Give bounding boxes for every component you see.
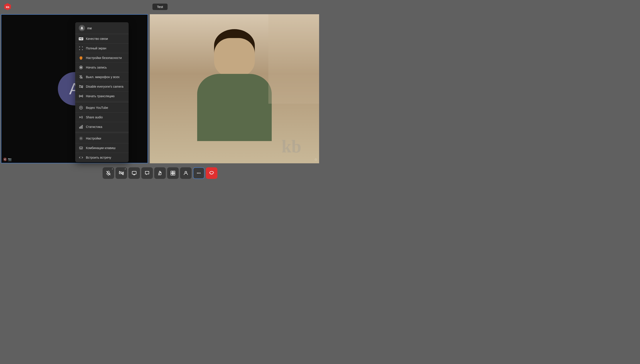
svg-rect-27 — [173, 171, 175, 173]
menu-label-security: Настройки безопасности — [86, 56, 122, 60]
menu-item-security[interactable]: Настройки безопасности — [75, 53, 128, 63]
svg-rect-12 — [80, 127, 80, 128]
cam-off-icon: 📷 — [8, 158, 12, 161]
menu-label-settings: Настройки — [86, 136, 101, 140]
menu-label-fullscreen: Полный экран — [86, 46, 106, 50]
svg-rect-13 — [81, 126, 82, 128]
menu-item-connection-quality[interactable]: HD Качество связи — [75, 34, 128, 44]
context-menu: me HD Качество связи Полный экран Настро… — [75, 22, 128, 162]
svg-rect-14 — [82, 125, 82, 128]
video-panel-right: ☆ kb — [150, 14, 319, 163]
menu-item-settings[interactable]: Настройки — [75, 134, 128, 143]
svg-rect-26 — [171, 171, 173, 173]
menu-label-shortcuts: Комбинации клавиш — [86, 146, 116, 150]
menu-label-mute-all: Выкл. микрофон у всех — [86, 75, 120, 79]
menu-item-mute-all[interactable]: Выкл. микрофон у всех — [75, 72, 128, 82]
svg-rect-28 — [171, 173, 173, 175]
fullscreen-icon — [79, 46, 83, 50]
svg-point-15 — [80, 138, 82, 139]
menu-label-youtube: Видео YouTube — [86, 106, 108, 110]
menu-label-stats: Статистика — [86, 125, 102, 128]
hd-icon: HD — [79, 36, 83, 41]
svg-text:kb: kb — [6, 5, 9, 9]
menu-label-connection-quality: Качество связи — [86, 37, 108, 40]
menu-label-start-recording: Начать запись — [86, 66, 107, 69]
hangup-button[interactable] — [206, 167, 218, 179]
svg-point-9 — [80, 96, 82, 96]
top-bar: kb Test — [0, 0, 320, 13]
camera-off-icon — [79, 84, 83, 89]
kb-watermark: kb — [282, 136, 301, 157]
broadcast-icon — [79, 94, 83, 98]
menu-item-youtube[interactable]: Видео YouTube — [75, 103, 128, 112]
mic-chevron-icon: ▲ — [112, 168, 113, 170]
menu-divider-2 — [75, 132, 128, 133]
bottom-toolbar: ▲ ▲ — [0, 164, 320, 182]
menu-label-embed: Встроить встречу — [86, 156, 111, 159]
menu-item-broadcast[interactable]: Начать трансляцию — [75, 92, 128, 101]
svg-point-30 — [185, 171, 187, 173]
tiles-button[interactable] — [167, 167, 179, 179]
svg-point-4 — [80, 67, 82, 68]
menu-user-name: me — [87, 26, 92, 30]
svg-line-7 — [80, 76, 82, 78]
svg-point-32 — [198, 173, 199, 174]
menu-label-disable-camera: Disable everyone's camera — [86, 85, 123, 88]
menu-item-shortcuts[interactable]: Комбинации клавиш — [75, 143, 128, 153]
settings-icon — [79, 136, 83, 140]
mic-button[interactable]: ▲ — [102, 167, 114, 179]
svg-rect-29 — [173, 173, 175, 175]
mic-off-icon — [79, 75, 83, 79]
raise-hand-button[interactable] — [154, 167, 166, 179]
svg-rect-25 — [132, 171, 136, 174]
menu-label-share-audio: Share audio — [86, 116, 103, 119]
camera-button[interactable]: ▲ — [116, 167, 127, 179]
keyboard-icon — [79, 146, 83, 150]
youtube-icon — [79, 106, 83, 110]
star-icon: ☆ — [314, 157, 317, 162]
svg-point-33 — [200, 173, 200, 174]
screen-share-button[interactable] — [128, 167, 140, 179]
menu-item-start-recording[interactable]: Начать запись — [75, 63, 128, 72]
audio-share-icon — [79, 115, 83, 120]
record-icon — [79, 65, 83, 70]
svg-point-31 — [197, 173, 198, 174]
chat-button[interactable] — [141, 167, 153, 179]
embed-icon — [79, 155, 83, 160]
menu-item-fullscreen[interactable]: Полный экран — [75, 44, 128, 53]
menu-item-stats[interactable]: Статистика — [75, 122, 128, 132]
video-area: A 🔇 📷 ☆ kb — [0, 13, 320, 164]
video-left-status-icons: 🔇 📷 — [3, 158, 12, 161]
svg-line-8 — [80, 85, 82, 88]
menu-label-broadcast: Начать трансляцию — [86, 94, 114, 98]
mic-muted-icon: 🔇 — [3, 158, 7, 161]
participants-button[interactable] — [180, 167, 192, 179]
menu-item-share-audio[interactable]: Share audio — [75, 112, 128, 122]
menu-user-avatar — [79, 25, 85, 31]
menu-item-embed[interactable]: Встроить встречу — [75, 153, 128, 162]
svg-marker-11 — [80, 107, 82, 108]
svg-line-24 — [119, 171, 123, 175]
stats-icon — [79, 124, 83, 129]
meeting-title-button[interactable]: Test — [152, 4, 168, 10]
shield-icon — [79, 56, 83, 60]
app-logo: kb — [4, 3, 12, 11]
menu-header: me — [75, 22, 128, 34]
more-button[interactable] — [193, 167, 204, 179]
cam-chevron-icon: ▲ — [124, 168, 126, 170]
menu-item-disable-camera[interactable]: Disable everyone's camera — [75, 82, 128, 92]
